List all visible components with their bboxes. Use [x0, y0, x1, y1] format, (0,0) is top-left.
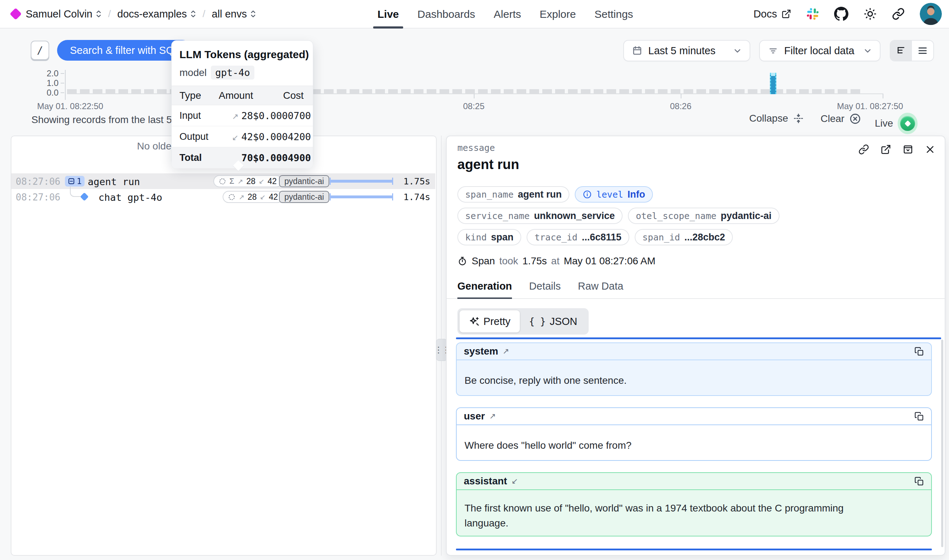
trace-row-chat-gpt-4o[interactable]: 08:27:06 chat gpt-4o ↗ 28 ↙ 42 pydantic-…: [11, 189, 435, 205]
child-count: 1: [77, 177, 82, 186]
env-switcher[interactable]: all envs: [212, 8, 256, 20]
row-label: Total: [180, 152, 219, 163]
info-icon: [583, 190, 592, 199]
attr-span-name[interactable]: span_name agent run: [457, 186, 569, 203]
role-label: user: [464, 411, 485, 422]
tab-label: Generation: [457, 280, 512, 292]
top-icons: Docs: [754, 0, 942, 28]
scope-tag[interactable]: pydantic-ai: [279, 191, 329, 203]
attr-trace-id[interactable]: trace_id ...6c8115: [527, 229, 629, 245]
slack-icon[interactable]: [806, 8, 819, 20]
clear-button[interactable]: Clear: [821, 113, 861, 125]
pretty-toggle[interactable]: Pretty: [460, 310, 520, 332]
row-cost: $0.0004900: [253, 152, 311, 163]
main-nav: Live Dashboards Alerts Explore Settings: [368, 0, 643, 29]
stopwatch-icon: [457, 256, 468, 266]
duration-bar[interactable]: [330, 180, 393, 183]
tab-generation[interactable]: Generation: [457, 280, 512, 298]
nav-alerts-label: Alerts: [494, 8, 521, 20]
collapse-button[interactable]: Collapse: [749, 113, 804, 124]
tree-view-toggle[interactable]: [891, 41, 912, 61]
tab-raw-data[interactable]: Raw Data: [578, 280, 623, 298]
output-tokens: 42: [268, 177, 277, 186]
attr-level[interactable]: level Info: [575, 186, 653, 203]
y-tick-label: 1.0: [33, 78, 58, 88]
duration-bar[interactable]: [330, 195, 393, 198]
nav-settings[interactable]: Settings: [585, 0, 642, 29]
tab-details[interactable]: Details: [529, 280, 561, 298]
list-view-toggle[interactable]: [912, 41, 933, 61]
token-bar-selected[interactable]: [770, 73, 776, 94]
attr-value: span: [491, 232, 514, 243]
copy-button[interactable]: [914, 477, 924, 486]
y-axis: [65, 70, 66, 100]
attr-value: unknown_service: [534, 211, 615, 222]
attr-kind[interactable]: kind span: [457, 229, 521, 245]
close-icon[interactable]: [925, 144, 935, 155]
nav-live[interactable]: Live: [368, 0, 408, 29]
nav-settings-label: Settings: [594, 8, 633, 20]
nav-dashboards-label: Dashboards: [417, 8, 475, 20]
row-amount: ↗28: [219, 110, 253, 121]
sigma-icon: Σ: [229, 177, 234, 186]
slash-shortcut-key[interactable]: /: [31, 41, 49, 60]
input-arrow-icon: ↗: [232, 112, 238, 121]
row-cost: $0.0000700: [253, 110, 311, 121]
theme-toggle-sun-icon[interactable]: [863, 7, 877, 21]
copy-link-icon[interactable]: [858, 144, 869, 155]
breadcrumb: Samuel Colvin / docs-examples / all envs: [9, 0, 256, 28]
span-detail-panel: message agent run span_name agent run le…: [446, 135, 946, 556]
live-toggle-button[interactable]: [900, 116, 915, 131]
panel-scrollbar[interactable]: [941, 340, 943, 547]
open-in-new-icon[interactable]: [880, 144, 891, 155]
copy-button[interactable]: [914, 412, 924, 421]
token-count-pill[interactable]: ↗ 28 ↙ 42: [223, 191, 283, 203]
nav-dashboards[interactable]: Dashboards: [408, 0, 484, 29]
trace-time: 08:27:06: [16, 192, 60, 203]
timing-at: at: [551, 255, 560, 267]
live-toggle[interactable]: Live: [875, 113, 918, 134]
user-avatar[interactable]: [920, 3, 942, 25]
direction-arrow-icon: ↗: [489, 412, 495, 421]
message-body: The first known use of "hello, world" wa…: [457, 490, 931, 531]
time-range-selector[interactable]: Last 5 minutes: [623, 40, 750, 62]
token-count-pill[interactable]: Σ ↗ 28 ↙ 42: [213, 175, 282, 187]
org-name: Samuel Colvin: [26, 8, 92, 20]
span-name: agent run: [88, 176, 140, 187]
y-tick: [61, 83, 64, 83]
nav-alerts[interactable]: Alerts: [484, 0, 531, 29]
json-toggle[interactable]: { } JSON: [520, 310, 586, 332]
share-link-icon[interactable]: [892, 8, 905, 20]
tokens-row-input: Input ↗28 $0.0000700: [172, 105, 313, 126]
json-label: JSON: [550, 316, 577, 328]
duration-text: 1.74s: [403, 192, 430, 202]
tooltip-model-row: model gpt-4o: [180, 66, 254, 80]
input-tokens: 28: [246, 177, 256, 186]
output-arrow-icon: ↙: [260, 193, 266, 201]
attr-otel-scope-name[interactable]: otel_scope_name pydantic-ai: [628, 208, 779, 224]
org-switcher[interactable]: Samuel Colvin: [26, 8, 102, 20]
dock-panel-icon[interactable]: [903, 144, 913, 155]
docs-link[interactable]: Docs: [754, 8, 791, 20]
timing-timestamp: May 01 08:27:06 AM: [564, 255, 655, 267]
col-amount: Amount: [219, 90, 253, 101]
scope-tag[interactable]: pydantic-ai: [279, 175, 329, 187]
view-mode-toggle: [890, 40, 934, 62]
attr-service-name[interactable]: service_name unknown_service: [457, 208, 623, 224]
attr-value: ...6c8115: [582, 232, 621, 243]
nav-explore[interactable]: Explore: [530, 0, 585, 29]
collapse-count-badge[interactable]: 1: [65, 176, 85, 186]
tab-label: Details: [529, 280, 561, 292]
updown-chevrons-icon: [95, 9, 102, 18]
github-icon[interactable]: [834, 7, 848, 21]
direction-arrow-icon: ↗: [503, 347, 509, 356]
amount-value: 28: [241, 110, 253, 121]
x-tick-label: 08:26: [670, 101, 691, 111]
filter-local-data-button[interactable]: Filter local data: [759, 40, 880, 62]
attr-key: span_name: [465, 189, 514, 200]
braces-icon: { }: [529, 316, 546, 327]
attr-key: span_id: [643, 232, 680, 243]
project-switcher[interactable]: docs-examples: [117, 8, 196, 20]
copy-button[interactable]: [914, 347, 924, 356]
attr-span-id[interactable]: span_id ...28cbc2: [635, 229, 733, 245]
